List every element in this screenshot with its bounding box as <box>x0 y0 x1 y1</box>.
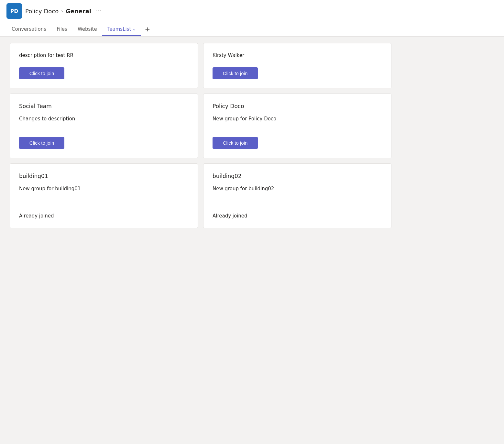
card-description: New group for building01 <box>19 186 189 195</box>
card-title: Policy Doco <box>213 103 382 109</box>
add-tab-button[interactable]: + <box>141 23 154 36</box>
card-description: New group for Policy Doco <box>213 116 382 128</box>
card-description: Changes to description <box>19 116 189 128</box>
already-joined-label: Already joined <box>19 204 189 219</box>
tab-conversations[interactable]: Conversations <box>6 23 51 36</box>
main-content: description for test RR Click to join Ki… <box>0 37 504 235</box>
tab-files[interactable]: Files <box>51 23 72 36</box>
card-building01: building01 New group for building01 Alre… <box>10 163 198 228</box>
card-testrr-partial: description for test RR Click to join <box>10 43 198 88</box>
breadcrumb-chevron: › <box>61 8 63 14</box>
click-to-join-button-testrr[interactable]: Click to join <box>19 67 64 79</box>
click-to-join-button-socialteam[interactable]: Click to join <box>19 137 64 149</box>
card-title: building02 <box>213 173 382 179</box>
card-socialteam: Social Team Changes to description Click… <box>10 94 198 158</box>
team-avatar: PD <box>6 3 22 19</box>
team-name: Policy Doco <box>25 8 59 15</box>
breadcrumb: Policy Doco › General ··· <box>25 7 101 15</box>
card-description: Kirsty Walker <box>213 52 382 58</box>
more-options-button[interactable]: ··· <box>95 7 101 15</box>
card-description: New group for building02 <box>213 186 382 195</box>
already-joined-label: Already joined <box>213 204 382 219</box>
teamslist-chevron-icon: ⌄ <box>132 27 136 31</box>
channel-name: General <box>66 8 91 15</box>
tab-teamslist[interactable]: TeamsList ⌄ <box>102 23 141 36</box>
app-header: PD Policy Doco › General ··· Conversatio… <box>0 0 504 37</box>
nav-tabs: Conversations Files Website TeamsList ⌄ … <box>6 21 498 36</box>
card-description: description for test RR <box>19 52 189 58</box>
card-policydoco: Policy Doco New group for Policy Doco Cl… <box>203 94 391 158</box>
card-building02: building02 New group for building02 Alre… <box>203 163 391 228</box>
tab-website[interactable]: Website <box>72 23 102 36</box>
click-to-join-button-kirsty[interactable]: Click to join <box>213 67 258 79</box>
card-title: Social Team <box>19 103 189 109</box>
teams-list-grid: description for test RR Click to join Ki… <box>10 43 391 228</box>
card-title: building01 <box>19 173 189 179</box>
card-kirsty-partial: Kirsty Walker Click to join <box>203 43 391 88</box>
click-to-join-button-policydoco[interactable]: Click to join <box>213 137 258 149</box>
